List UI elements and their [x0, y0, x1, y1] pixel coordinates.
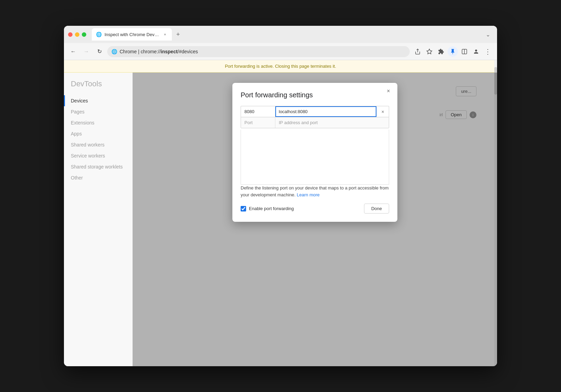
address-brand: Chrome — [120, 49, 137, 54]
addr-cell[interactable] — [275, 106, 376, 117]
title-bar: 🌐 Inspect with Chrome Develope × + ⌄ — [64, 26, 497, 43]
profile-button[interactable] — [471, 46, 481, 57]
sidebar-item-shared-workers[interactable]: Shared workers — [64, 139, 132, 150]
bookmark-button[interactable] — [424, 46, 434, 57]
sidebar-item-devices[interactable]: Devices — [64, 95, 132, 106]
active-tab[interactable]: 🌐 Inspect with Chrome Develope × — [92, 28, 172, 41]
content-area: ure... irl Open i × Port forwarding sett… — [133, 73, 497, 366]
address-text: Chrome | chrome://inspect/#devices — [120, 49, 198, 54]
address-url-bold: inspect — [161, 49, 178, 54]
tab-favicon: 🌐 — [96, 32, 102, 37]
tab-title: Inspect with Chrome Develope — [104, 32, 160, 37]
port-forwarding-row: × — [241, 106, 389, 117]
modal-description: Define the listening port on your device… — [241, 185, 389, 198]
modal-close-button[interactable]: × — [384, 87, 393, 95]
port-cell[interactable] — [241, 106, 275, 117]
address-url-prefix: chrome:// — [141, 49, 161, 54]
port-forwarding-placeholder-row: Port IP address and port — [241, 117, 389, 128]
extensions-button[interactable] — [436, 46, 446, 57]
modal-footer: Enable port forwarding Done — [241, 204, 389, 214]
maximize-traffic-light[interactable] — [82, 32, 86, 37]
address-favicon: 🌐 — [111, 49, 117, 54]
share-button[interactable] — [412, 46, 423, 57]
minimize-traffic-light[interactable] — [75, 32, 79, 37]
forward-button[interactable]: → — [81, 46, 91, 57]
done-button[interactable]: Done — [364, 204, 389, 214]
sidebar: DevTools Devices Pages Extensions Apps S… — [64, 73, 133, 366]
split-button[interactable] — [459, 46, 470, 57]
port-forwarding-modal: × Port forwarding settings — [232, 83, 397, 222]
sidebar-item-extensions[interactable]: Extensions — [64, 117, 132, 128]
port-forwarding-banner: Port forwarding is active. Closing this … — [64, 60, 497, 73]
reload-button[interactable]: ↻ — [94, 46, 104, 57]
sidebar-item-pages[interactable]: Pages — [64, 106, 132, 117]
banner-text: Port forwarding is active. Closing this … — [225, 64, 336, 69]
learn-more-link[interactable]: Learn more — [297, 192, 319, 197]
close-traffic-light[interactable] — [68, 32, 73, 37]
checkbox-label-text: Enable port forwarding — [249, 206, 294, 211]
traffic-lights — [68, 32, 86, 37]
addr-input[interactable] — [275, 106, 376, 117]
addr-placeholder-label: IP address and port — [275, 117, 389, 128]
tab-close-button[interactable]: × — [162, 32, 168, 37]
tab-bar: 🌐 Inspect with Chrome Develope × + ⌄ — [92, 28, 493, 41]
port-placeholder-label: Port — [241, 117, 275, 128]
menu-button[interactable]: ⋮ — [483, 46, 493, 57]
new-tab-button[interactable]: + — [173, 30, 183, 39]
back-button[interactable]: ← — [68, 46, 78, 57]
port-forwarding-empty-area — [241, 130, 389, 185]
sidebar-title: DevTools — [64, 79, 132, 95]
svg-marker-1 — [427, 49, 432, 54]
sidebar-item-apps[interactable]: Apps — [64, 128, 132, 139]
main-area: DevTools Devices Pages Extensions Apps S… — [64, 73, 497, 366]
sidebar-item-shared-storage[interactable]: Shared storage worklets — [64, 161, 132, 172]
modal-overlay: × Port forwarding settings — [133, 73, 497, 366]
address-bar[interactable]: 🌐 Chrome | chrome://inspect/#devices — [107, 46, 410, 57]
port-input[interactable] — [241, 106, 275, 117]
delete-row-button[interactable]: × — [376, 106, 389, 117]
nav-bar: ← → ↻ 🌐 Chrome | chrome://inspect/#devic… — [64, 43, 497, 60]
sidebar-item-other[interactable]: Other — [64, 172, 132, 183]
enable-port-forwarding-label[interactable]: Enable port forwarding — [241, 206, 360, 211]
page-content: Port forwarding is active. Closing this … — [64, 60, 497, 366]
port-forwarding-entries: × Port IP address and port — [241, 106, 389, 128]
extension-pin-button[interactable] — [448, 46, 458, 57]
modal-title: Port forwarding settings — [241, 91, 389, 99]
browser-window: 🌐 Inspect with Chrome Develope × + ⌄ ← →… — [64, 26, 497, 366]
address-url-suffix: /#devices — [178, 49, 198, 54]
sidebar-item-service-workers[interactable]: Service workers — [64, 150, 132, 161]
nav-actions: ⋮ — [412, 46, 493, 57]
enable-port-forwarding-checkbox[interactable] — [241, 206, 246, 211]
tab-list-button[interactable]: ⌄ — [483, 30, 493, 39]
